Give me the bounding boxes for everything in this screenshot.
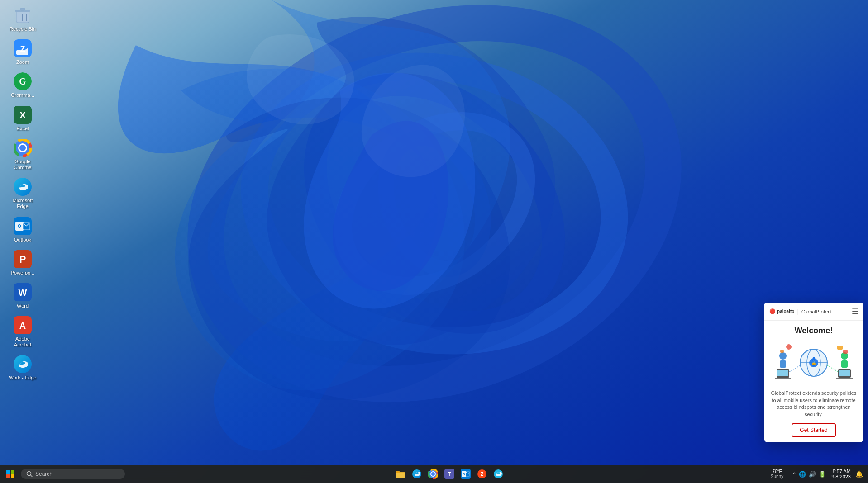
svg-rect-8 <box>20 8 25 10</box>
svg-text:Z: Z <box>481 472 483 477</box>
search-icon <box>26 471 33 477</box>
svg-rect-46 <box>841 360 848 368</box>
clock-time: 8:57 AM <box>831 469 851 474</box>
powerpoint-label: Powerpo... <box>11 270 35 276</box>
svg-rect-68 <box>396 472 405 478</box>
svg-rect-59 <box>837 346 843 350</box>
grammarly-label: Gramma... <box>11 92 34 98</box>
svg-rect-64 <box>11 474 14 478</box>
work-edge-label: Work - Edge <box>9 375 37 381</box>
powerpoint-icon[interactable]: P Powerpo... <box>5 248 41 278</box>
gp-illustration: 🔒 <box>773 340 854 385</box>
svg-rect-48 <box>777 370 788 376</box>
gp-product-title: GlobalProtect <box>801 309 832 314</box>
desktop: Recycle Bin Z Zoom G Gramma. <box>0 0 868 465</box>
recycle-bin-icon[interactable]: Recycle Bin <box>5 5 41 34</box>
outlook-label: Outlook <box>14 237 31 243</box>
excel-icon[interactable]: X Excel <box>5 104 41 133</box>
gp-body: Welcome! <box>764 321 863 442</box>
svg-point-25 <box>19 145 26 151</box>
adobe-acrobat-icon[interactable]: A Adobe Acrobat <box>5 314 41 350</box>
taskbar-time[interactable]: 8:57 AM 9/8/2023 <box>831 469 851 479</box>
start-button[interactable] <box>4 467 17 481</box>
taskbar: Search <box>0 465 868 483</box>
word-icon[interactable]: W Word <box>5 281 41 311</box>
svg-point-58 <box>780 350 784 353</box>
svg-text:P: P <box>19 254 26 265</box>
svg-rect-63 <box>6 474 10 478</box>
taskbar-file-explorer[interactable] <box>393 467 408 481</box>
svg-point-43 <box>779 352 787 360</box>
search-label: Search <box>35 471 52 477</box>
svg-text:O: O <box>18 224 21 229</box>
gp-welcome-title: Welcome! <box>769 326 858 336</box>
svg-rect-60 <box>843 350 848 354</box>
taskbar-chrome[interactable] <box>426 467 440 481</box>
adobe-acrobat-label: Adobe Acrobat <box>6 336 39 348</box>
paloalto-brand: 🔴 paloalto <box>769 308 794 314</box>
svg-rect-49 <box>775 378 791 379</box>
tray-network[interactable]: 🌐 <box>798 470 807 478</box>
outlook-icon[interactable]: O Outlook <box>5 215 41 245</box>
svg-point-75 <box>431 472 435 476</box>
desktop-icons: Recycle Bin Z Zoom G Gramma. <box>5 5 41 383</box>
svg-rect-62 <box>11 470 14 474</box>
svg-point-57 <box>786 344 792 350</box>
svg-text:X: X <box>19 109 26 121</box>
taskbar-globalprotect[interactable]: Z <box>475 467 489 481</box>
wallpaper <box>0 0 868 465</box>
weather-condition: Sunny <box>771 474 783 479</box>
taskbar-app7[interactable] <box>491 467 506 481</box>
microsoft-edge-label: Microsoft Edge <box>6 198 39 209</box>
gp-header: 🔴 paloalto | GlobalProtect ☰ <box>764 303 863 321</box>
svg-rect-52 <box>836 378 853 379</box>
svg-rect-51 <box>839 370 850 376</box>
clock-date: 9/8/2023 <box>831 474 851 479</box>
system-tray: ⌃ 🌐 🔊 🔋 <box>790 470 829 478</box>
taskbar-right: 76°F Sunny ⌃ 🌐 🔊 🔋 8:57 AM 9/8/2023 🔔 <box>771 469 864 479</box>
svg-rect-61 <box>6 470 10 474</box>
tray-expand[interactable]: ⌃ <box>792 471 797 478</box>
google-chrome-icon[interactable]: Google Chrome <box>5 137 41 172</box>
excel-label: Excel <box>17 126 29 132</box>
notification-center[interactable]: 🔔 <box>854 469 864 479</box>
gp-separator: | <box>797 308 799 315</box>
weather-temp: 76°F <box>772 469 782 474</box>
taskbar-teams[interactable]: T <box>442 467 457 481</box>
tray-volume[interactable]: 🔊 <box>808 470 817 478</box>
svg-text:W: W <box>19 288 27 298</box>
zoom-label: Zoom <box>16 59 29 65</box>
get-started-button[interactable]: Get Started <box>792 423 835 437</box>
word-label: Word <box>17 303 29 309</box>
svg-rect-44 <box>780 360 786 368</box>
gp-menu-button[interactable]: ☰ <box>852 307 858 316</box>
grammarly-icon[interactable]: G Gramma... <box>5 71 41 100</box>
svg-point-26 <box>14 178 32 196</box>
taskbar-outlook[interactable]: O <box>458 467 473 481</box>
svg-text:🔒: 🔒 <box>811 360 817 366</box>
svg-line-55 <box>789 365 801 372</box>
globalprotect-popup: 🔴 paloalto | GlobalProtect ☰ Welcome! <box>764 303 863 442</box>
zoom-icon[interactable]: Z Zoom <box>5 38 41 67</box>
taskbar-edge[interactable] <box>410 467 424 481</box>
weather-widget[interactable]: 76°F Sunny <box>771 469 783 479</box>
google-chrome-label: Google Chrome <box>6 159 39 170</box>
svg-text:O: O <box>463 473 466 476</box>
recycle-bin-label: Recycle Bin <box>10 26 36 32</box>
microsoft-edge-icon[interactable]: Microsoft Edge <box>5 176 41 211</box>
taskbar-search[interactable]: Search <box>21 469 125 479</box>
svg-line-56 <box>826 365 838 372</box>
svg-text:A: A <box>19 321 26 331</box>
tray-battery[interactable]: 🔋 <box>818 470 827 478</box>
svg-point-39 <box>14 355 32 373</box>
svg-line-66 <box>31 475 33 477</box>
svg-text:G: G <box>19 76 26 86</box>
taskbar-apps: T O Z <box>130 467 769 481</box>
svg-rect-14 <box>16 50 24 55</box>
svg-text:T: T <box>448 471 452 478</box>
work-edge-icon[interactable]: Work - Edge <box>5 353 41 383</box>
gp-description-text: GlobalProtect extends security policies … <box>769 390 858 418</box>
